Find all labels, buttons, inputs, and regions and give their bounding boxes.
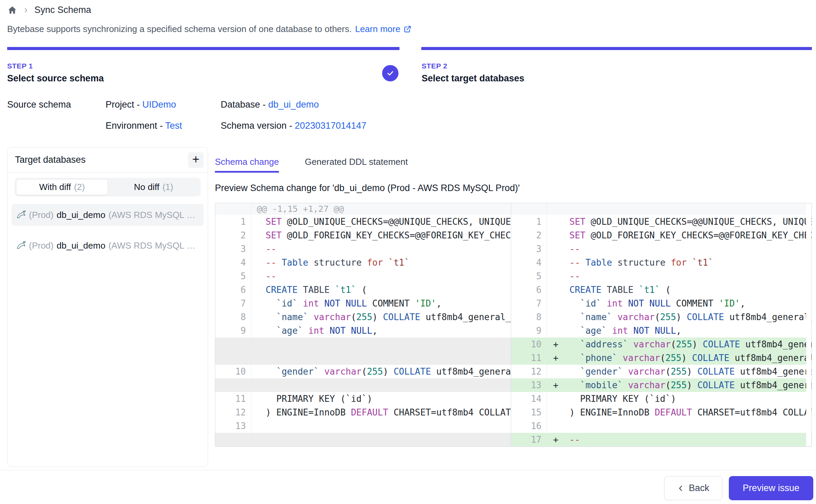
diff-right-code: ) ENGINE=InnoDB DEFAULT CHARSET=utf8mb4 … (547, 406, 812, 419)
diff-left-gutter: 13 (215, 419, 251, 433)
code-line: `name` varchar(255) COLLATE utf8mb4_gene… (266, 312, 511, 322)
diff-right-code: -- (547, 269, 812, 283)
line-number: 2 (511, 229, 547, 242)
line-number: 6 (215, 283, 251, 297)
diff-left-code: -- (251, 242, 511, 256)
diff-left-gutter (215, 337, 251, 351)
diff-right-gutter: 11 (511, 351, 547, 365)
preview-tabs: Schema changeGenerated DDL statement (215, 157, 408, 173)
line-number: 2 (215, 229, 251, 242)
diff-right-gutter: 10 (511, 337, 547, 351)
diff-filter-tab-no-diff[interactable]: No diff(1) (108, 179, 199, 195)
diff-filter-tab-with-diff[interactable]: With diff(2) (16, 179, 108, 195)
diff-left-gutter: 2 (215, 229, 251, 242)
db-environment-label: (Prod) (29, 240, 53, 251)
diff-right-code (547, 203, 812, 215)
diff-add-marker (553, 297, 569, 310)
code-line: ) ENGINE=InnoDB DEFAULT CHARSET=utf8mb4 … (569, 406, 812, 419)
source-field-value[interactable]: db_ui_demo (268, 99, 319, 110)
target-databases-title: Target databases (15, 155, 85, 165)
target-database-item[interactable]: (Prod)db_ui_demo(AWS RDS MySQL Prod) (12, 235, 204, 256)
diff-right-code: `gender` varchar(255) COLLATE utf8mb4_ge… (547, 365, 812, 378)
code-line: SET @OLD_FOREIGN_KEY_CHECKS=@@FOREIGN_KE… (569, 229, 812, 242)
diff-right-gutter: 16 (511, 419, 547, 433)
code-line: `gender` varchar(255) COLLATE utf8mb4_ge… (266, 366, 511, 377)
footer-divider (0, 470, 816, 470)
diff-add-marker: + (553, 433, 569, 446)
source-field-value[interactable]: Test (165, 121, 182, 131)
diff-right-gutter (511, 203, 547, 215)
diff-right-code: `age` int NOT NULL, (547, 324, 812, 337)
code-line: -- (569, 269, 580, 283)
source-field-value[interactable]: 20230317014147 (295, 121, 366, 131)
line-number: 3 (215, 242, 251, 256)
diff-right-code: -- Table structure for `t1` (547, 256, 812, 269)
source-schema-label: Source schema (7, 99, 71, 110)
diff-left-code: -- (251, 269, 511, 283)
diff-add-marker (553, 310, 569, 324)
line-number: 7 (511, 297, 547, 310)
diff-add-marker (553, 324, 569, 337)
tab-schema-change[interactable]: Schema change (215, 157, 279, 173)
code-line: -- (569, 242, 580, 256)
target-database-item[interactable]: (Prod)db_ui_demo(AWS RDS MySQL Prod) (12, 204, 204, 226)
line-number: 9 (215, 324, 251, 337)
source-field-value[interactable]: UIDemo (142, 99, 176, 110)
tab-generated-ddl-statement[interactable]: Generated DDL statement (305, 157, 408, 173)
db-instance-label: (AWS RDS MySQL Prod) (108, 240, 200, 251)
code-line: ) ENGINE=InnoDB DEFAULT CHARSET=utf8mb4 … (266, 407, 511, 418)
line-number: 8 (511, 310, 547, 324)
diff-left-code: `age` int NOT NULL, (251, 324, 511, 337)
code-line: `name` varchar(255) COLLATE utf8mb4_gene… (569, 310, 812, 324)
diff-left-gutter: 5 (215, 269, 251, 283)
diff-scrollbar-track[interactable] (806, 204, 811, 446)
code-line: PRIMARY KEY (`id`) (266, 394, 372, 404)
diff-row: 7 `id` int NOT NULL COMMENT 'ID',7 `id` … (215, 297, 812, 310)
diff-add-marker (553, 215, 569, 229)
diff-left-code: -- Table structure for `t1` (251, 256, 511, 269)
diff-left-code (251, 433, 511, 446)
code-line: `mobile` varchar(255) COLLATE utf8mb4_ge… (569, 378, 812, 392)
diff-add-marker: + (553, 337, 569, 351)
code-line: PRIMARY KEY (`id`) (569, 392, 676, 406)
add-target-database-button[interactable]: + (188, 152, 204, 168)
source-field: Schema version - 20230317014147 (221, 121, 366, 131)
diff-row: 1SET @OLD_UNIQUE_CHECKS=@@UNIQUE_CHECKS,… (215, 215, 812, 229)
step1: STEP 1 Select source schema (7, 62, 104, 84)
code-line: SET @OLD_FOREIGN_KEY_CHECKS=@@FOREIGN_KE… (266, 230, 511, 240)
diff-left-code: ) ENGINE=InnoDB DEFAULT CHARSET=utf8mb4 … (251, 406, 511, 419)
diff-left-gutter: 9 (215, 324, 251, 337)
step1-title: Select source schema (7, 73, 104, 84)
db-instance-label: (AWS RDS MySQL Prod) (108, 210, 200, 220)
diff-right-gutter: 7 (511, 297, 547, 310)
back-button[interactable]: Back (664, 476, 722, 500)
diff-right-code (547, 419, 812, 433)
step1-label: STEP 1 (7, 62, 104, 70)
code-line: -- Table structure for `t1` (266, 257, 410, 268)
line-number: 5 (215, 269, 251, 283)
tab-label: With diff (39, 182, 71, 192)
chevron-right-icon (23, 7, 29, 13)
line-number: 1 (215, 215, 251, 229)
diff-left-gutter: 4 (215, 256, 251, 269)
sync-schema-page: Sync Schema Bytebase supports synchroniz… (0, 0, 816, 504)
code-line: `address` varchar(255) COLLATE utf8mb4_g… (569, 337, 812, 351)
diff-row: 10+ `address` varchar(255) COLLATE utf8m… (215, 337, 812, 351)
diff-left-code: PRIMARY KEY (`id`) (251, 392, 511, 406)
code-line: `age` int NOT NULL, (266, 326, 378, 336)
diff-right-code: CREATE TABLE `t1` ( (547, 283, 812, 297)
diff-left-gutter (215, 433, 251, 446)
diff-left-code: SET @OLD_FOREIGN_KEY_CHECKS=@@FOREIGN_KE… (251, 229, 511, 242)
diff-left-code: SET @OLD_UNIQUE_CHECKS=@@UNIQUE_CHECKS, … (251, 215, 511, 229)
home-icon[interactable] (7, 5, 17, 15)
target-databases-header: Target databases + (7, 147, 208, 173)
chevron-left-icon (677, 485, 685, 492)
diff-right-gutter: 9 (511, 324, 547, 337)
diff-add-marker (553, 256, 569, 269)
diff-left-gutter: 11 (215, 392, 251, 406)
preview-issue-button[interactable]: Preview issue (729, 476, 813, 500)
diff-add-marker (553, 229, 569, 242)
learn-more-link[interactable]: Learn more (355, 24, 412, 34)
diff-left-code (251, 351, 511, 365)
source-field-name: Schema version - (221, 121, 295, 131)
